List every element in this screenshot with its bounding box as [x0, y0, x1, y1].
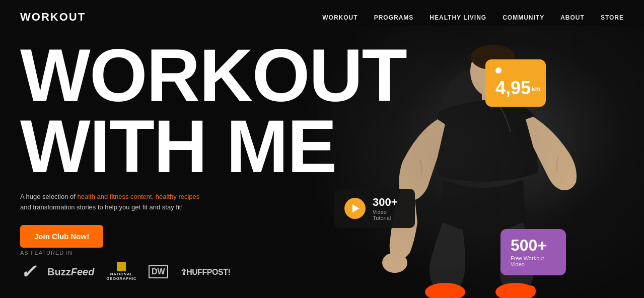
- join-club-button[interactable]: Join Club Now!: [20, 225, 103, 248]
- distance-unit: km: [532, 86, 540, 93]
- card-distance: 4,95km: [485, 59, 546, 107]
- card-free-workout: 500+ Free Workout Video: [500, 229, 566, 275]
- distance-number: 4,95km: [495, 78, 536, 99]
- svg-rect-8: [500, 285, 536, 295]
- free-video-count: 500+: [511, 237, 556, 253]
- nav-item-about[interactable]: ABOUT: [560, 13, 585, 22]
- hero-description: A huge selection of health and fitness c…: [20, 192, 211, 213]
- nav-item-workout[interactable]: WORKOUT: [322, 13, 357, 22]
- nav-item-healthy-living[interactable]: HEALTHY LIVING: [430, 13, 486, 22]
- hero-title-line2: WITH ME: [20, 111, 406, 182]
- featured-label: AS FEATURED IN: [20, 250, 230, 256]
- hero-section: WORKOUT WITH ME A huge selection of heal…: [0, 0, 644, 298]
- video-count: 300+: [373, 196, 405, 209]
- free-video-label: Free Workout Video: [511, 255, 556, 267]
- hero-title: WORKOUT WITH ME: [20, 40, 406, 182]
- huffpost-logo: ⇪HUFFPOST!: [180, 267, 231, 277]
- distance-value: 4,95: [495, 78, 531, 98]
- buzzfeed-logo: BuzzFeed: [47, 266, 94, 278]
- svg-rect-6: [427, 285, 463, 295]
- video-tutorial-text: 300+ Video Tutorial: [373, 196, 405, 221]
- nav-item-community[interactable]: COMMUNITY: [503, 13, 544, 22]
- nav-links: WORKOUT PROGRAMS HEALTHY LIVING COMMUNIT…: [322, 13, 624, 22]
- natgeo-logo: NATIONALGEOGRAPHIC: [106, 262, 136, 281]
- play-button-icon[interactable]: [344, 198, 366, 219]
- site-logo[interactable]: WORKOUT: [20, 11, 86, 24]
- video-label: Video Tutorial: [373, 209, 405, 221]
- featured-logos: ✓ BuzzFeed NATIONALGEOGRAPHIC DW ⇪HUFFPO…: [20, 261, 230, 283]
- dw-logo: DW: [149, 265, 168, 278]
- main-nav: WORKOUT WORKOUT PROGRAMS HEALTHY LIVING …: [0, 0, 644, 34]
- nike-logo: ✓: [20, 261, 35, 283]
- card-video-tutorial: 300+ Video Tutorial: [334, 189, 415, 228]
- distance-dot: [495, 67, 502, 73]
- featured-section: AS FEATURED IN ✓ BuzzFeed NATIONALGEOGRA…: [20, 250, 230, 283]
- nav-item-programs[interactable]: PROGRAMS: [374, 13, 414, 22]
- nav-item-store[interactable]: STORE: [601, 13, 624, 22]
- highlight-text: health and fitness content, healthy reci…: [77, 193, 199, 200]
